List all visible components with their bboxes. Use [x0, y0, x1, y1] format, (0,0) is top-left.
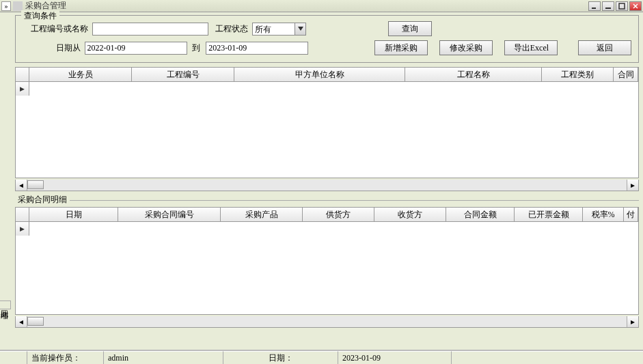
col-party-a[interactable]: 甲方单位名称 — [234, 68, 405, 81]
table-row[interactable] — [16, 82, 638, 96]
query-legend: 查询条件 — [21, 10, 59, 22]
detail-table: 日期 采购合同编号 采购产品 供货方 收货方 合同金额 已开票金额 税率% 付 — [15, 207, 639, 315]
add-button[interactable]: 新增采购 — [374, 40, 428, 55]
maximize-button[interactable] — [616, 1, 628, 11]
col-project-name[interactable]: 工程名称 — [405, 68, 542, 81]
col-salesperson[interactable]: 业务员 — [29, 68, 132, 81]
side-tab[interactable]: 此回缩 — [0, 300, 11, 309]
operator-value-cell: admin — [104, 351, 223, 364]
col-date[interactable]: 日期 — [29, 208, 118, 221]
detail-table-hscroll[interactable]: ◂ ▸ — [15, 316, 639, 328]
status-label: 工程状态 — [213, 23, 248, 35]
status-value: 所有 — [252, 23, 295, 36]
col-supplier[interactable]: 供货方 — [303, 208, 374, 221]
col-receiver[interactable]: 收货方 — [374, 208, 446, 221]
table-row[interactable] — [16, 222, 638, 236]
title-bar: » 采购合管理 — [0, 0, 643, 12]
row-indicator-icon — [16, 82, 29, 96]
project-input[interactable] — [92, 23, 208, 36]
main-table-header: 业务员 工程编号 甲方单位名称 工程名称 工程类别 合同 — [16, 68, 638, 82]
scroll-thumb[interactable] — [27, 180, 44, 189]
expand-button[interactable]: » — [1, 1, 11, 11]
status-select[interactable]: 所有 — [252, 23, 306, 36]
date-from-input[interactable] — [85, 42, 187, 55]
app-icon — [13, 1, 23, 11]
scroll-right-icon[interactable]: ▸ — [627, 180, 638, 191]
svg-rect-2 — [619, 3, 625, 9]
date-to-label: 到 — [191, 42, 202, 54]
query-groupbox: 查询条件 工程编号或名称 工程状态 所有 查询 日期从 到 新增采购 修改采购 … — [15, 15, 639, 63]
col-contract-no[interactable]: 采购合同编号 — [118, 208, 221, 221]
detail-section: 采购合同明细 — [15, 194, 639, 206]
main-table: 业务员 工程编号 甲方单位名称 工程名称 工程类别 合同 — [15, 67, 639, 178]
close-button[interactable] — [629, 1, 642, 11]
svg-rect-1 — [605, 8, 611, 9]
window-title: 采购合管理 — [25, 0, 587, 12]
chevron-down-icon[interactable] — [295, 23, 306, 36]
status-bar: 当前操作员： admin 日期： 2023-01-09 — [0, 350, 643, 364]
date-label-cell: 日期： — [223, 351, 338, 364]
col-project-code[interactable]: 工程编号 — [132, 68, 234, 81]
date-value-cell: 2023-01-09 — [338, 351, 452, 364]
scroll-track[interactable] — [27, 180, 627, 191]
main-table-body[interactable] — [16, 82, 638, 178]
col-pay[interactable]: 付 — [624, 208, 638, 221]
main-table-hscroll[interactable]: ◂ ▸ — [15, 180, 639, 191]
row-handle-header — [16, 208, 29, 221]
date-from-label: 日期从 — [23, 42, 81, 54]
search-button[interactable]: 查询 — [388, 21, 432, 36]
scroll-left-icon[interactable]: ◂ — [16, 316, 27, 327]
col-invoiced[interactable]: 已开票金额 — [515, 208, 583, 221]
edit-button[interactable]: 修改采购 — [439, 40, 493, 55]
operator-label-cell: 当前操作员： — [27, 351, 104, 364]
export-button[interactable]: 导出Excel — [504, 40, 558, 55]
date-to-input[interactable] — [206, 42, 308, 55]
col-product[interactable]: 采购产品 — [221, 208, 303, 221]
back-button[interactable]: 返回 — [578, 40, 631, 55]
col-amount[interactable]: 合同金额 — [446, 208, 515, 221]
minimize-button[interactable] — [602, 1, 614, 11]
detail-legend: 采购合同明细 — [15, 195, 70, 204]
scroll-left-icon[interactable]: ◂ — [16, 180, 27, 191]
minimize-small-button[interactable] — [588, 1, 601, 11]
project-label: 工程编号或名称 — [23, 23, 88, 35]
row-indicator-icon — [16, 222, 29, 236]
scroll-right-icon[interactable]: ▸ — [627, 316, 638, 327]
col-tax[interactable]: 税率% — [583, 208, 624, 221]
col-project-type[interactable]: 工程类别 — [542, 68, 614, 81]
detail-table-header: 日期 采购合同编号 采购产品 供货方 收货方 合同金额 已开票金额 税率% 付 — [16, 208, 638, 222]
status-spacer — [0, 351, 27, 364]
row-handle-header — [16, 68, 29, 81]
svg-marker-5 — [298, 27, 303, 31]
scroll-track[interactable] — [27, 316, 627, 327]
col-contract[interactable]: 合同 — [614, 68, 638, 81]
scroll-thumb[interactable] — [27, 317, 44, 326]
status-filler — [452, 351, 643, 364]
svg-rect-0 — [592, 8, 596, 9]
detail-table-body[interactable] — [16, 222, 638, 314]
